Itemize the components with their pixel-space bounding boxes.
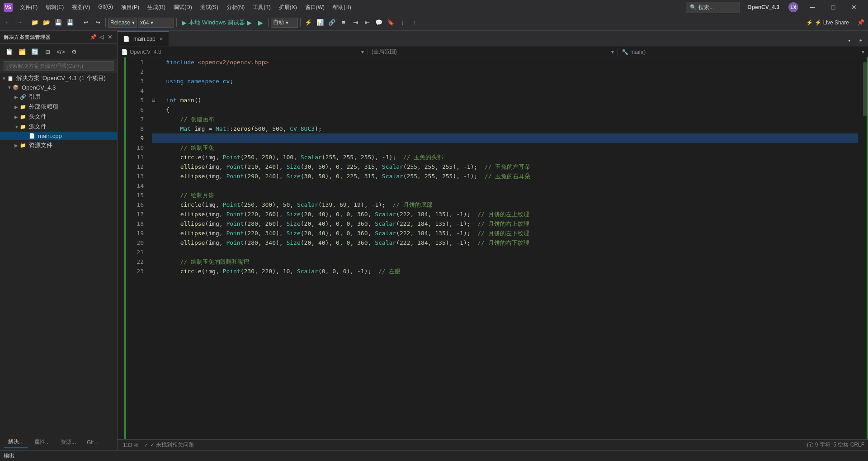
- tab-solution[interactable]: 解决...: [4, 436, 28, 448]
- refresh-button[interactable]: 🔄: [29, 46, 40, 57]
- file-scope-selector[interactable]: 📄 OpenCV_4.3 ▾: [118, 49, 368, 55]
- collapse-button[interactable]: ⊟: [42, 46, 53, 57]
- performance-button[interactable]: ⚡: [303, 17, 314, 29]
- tab-git[interactable]: Git...: [82, 437, 103, 447]
- breakpoint-gutter: [118, 57, 126, 439]
- sidebar-search-input[interactable]: [4, 61, 113, 71]
- run-debugger-button[interactable]: ▶ 本地 Windows 调试器 ▶: [179, 17, 255, 29]
- p12-12: ,: [417, 162, 425, 171]
- comment-btn[interactable]: 💬: [373, 17, 384, 29]
- sidebar-pin-button[interactable]: 📌: [90, 33, 97, 41]
- outdent-btn[interactable]: ⇤: [362, 17, 373, 29]
- live-share-button[interactable]: ⚡ ⚡ Live Share: [802, 19, 853, 26]
- indent-btn[interactable]: ⇥: [350, 17, 361, 29]
- n18-1: 280: [247, 219, 258, 228]
- bookmark-prev-btn[interactable]: ↑: [409, 17, 420, 29]
- code-line-11: circle(img, Point(250, 250), 100, Scalar…: [152, 152, 858, 162]
- comment-10: // 绘制玉兔: [152, 143, 214, 152]
- format-btn[interactable]: ≡: [338, 17, 349, 29]
- n23-7: -1: [357, 266, 364, 276]
- solution-root[interactable]: ▼ 📋 解决方案 'OpenCV_4.3' (1 个项目): [0, 73, 117, 83]
- tab-list-button[interactable]: ▾: [844, 34, 854, 46]
- redo-button[interactable]: ↪: [92, 17, 103, 29]
- menu-view[interactable]: 视图(V): [68, 2, 94, 13]
- minimize-button[interactable]: ─: [802, 0, 823, 14]
- p11-5: ,: [293, 152, 301, 162]
- n12-4: 50: [318, 162, 326, 171]
- menu-test[interactable]: 测试(S): [197, 2, 222, 13]
- tree-headers[interactable]: ▶ 📁 头文件: [0, 112, 117, 122]
- user-avatar[interactable]: LX: [788, 2, 798, 12]
- tree-sources[interactable]: ▼ 📁 源文件: [0, 122, 117, 132]
- code-view-button[interactable]: </>: [55, 46, 67, 57]
- maximize-button[interactable]: □: [823, 0, 844, 14]
- run-without-debug-button[interactable]: ▶: [255, 17, 266, 29]
- global-scope-selector[interactable]: (全局范围) ▾: [368, 48, 618, 56]
- problems-indicator[interactable]: ✓ ✓ 未找到相关问题: [144, 441, 194, 449]
- bookmark-btn[interactable]: 🔖: [385, 17, 396, 29]
- back-button[interactable]: ←: [2, 17, 13, 29]
- open-button[interactable]: 📂: [41, 17, 52, 29]
- headers-label: 头文件: [29, 113, 47, 121]
- tree-external-deps[interactable]: ▶ 📁 外部依赖项: [0, 102, 117, 112]
- save-all-button[interactable]: 💾: [65, 17, 75, 29]
- new-tab-button[interactable]: +: [855, 34, 866, 46]
- tab-main-cpp[interactable]: 📄 main.cpp ✕: [118, 31, 169, 46]
- p13-0: [152, 171, 180, 181]
- tab-close-button[interactable]: ✕: [159, 36, 163, 42]
- solution-props-button[interactable]: 📋: [4, 46, 15, 57]
- sidebar-close-button[interactable]: ✕: [106, 33, 113, 41]
- tree-main-cpp[interactable]: 📄 main.cpp: [0, 132, 117, 140]
- vertical-scrollbar[interactable]: [862, 57, 868, 439]
- code-editor[interactable]: 1 2 3 4 5 6 7 8 9 10 11 12 13 14 15 16 1…: [118, 57, 868, 439]
- forward-button[interactable]: →: [14, 17, 24, 29]
- project-root[interactable]: ▼ 📦 OpenCV_4.3: [0, 83, 117, 92]
- undo-button[interactable]: ↩: [80, 17, 91, 29]
- menu-window[interactable]: 窗口(W): [302, 2, 328, 13]
- save-button[interactable]: 💾: [53, 17, 64, 29]
- menu-build[interactable]: 生成(B): [144, 2, 169, 13]
- n17-4: 40: [318, 209, 326, 219]
- n11-1: 250: [244, 152, 255, 162]
- tab-resources[interactable]: 资源...: [56, 437, 80, 448]
- close-button[interactable]: ✕: [844, 0, 864, 14]
- function-scope-selector[interactable]: 🔧 main() ▾: [618, 49, 868, 55]
- pin-button[interactable]: 📌: [855, 17, 866, 29]
- menu-project[interactable]: 项目(P): [118, 2, 143, 13]
- zoom-level[interactable]: 133 %: [121, 440, 140, 450]
- global-search[interactable]: 🔍 搜索...: [686, 2, 740, 13]
- menu-extensions[interactable]: 扩展(X): [275, 2, 301, 13]
- n20-3: 20: [304, 238, 311, 247]
- menu-tools[interactable]: 工具(T): [249, 2, 274, 13]
- diagnostic-button[interactable]: 📊: [315, 17, 326, 29]
- new-solution-button[interactable]: 📁: [29, 17, 40, 29]
- tab-properties[interactable]: 属性...: [30, 437, 54, 448]
- menu-debug[interactable]: 调试(D): [170, 2, 196, 13]
- menu-git[interactable]: Git(G): [94, 2, 117, 13]
- tree-references[interactable]: ▶ 🔗 引用: [0, 92, 117, 102]
- platform-dropdown[interactable]: x64 ▾: [138, 18, 174, 28]
- build-config-dropdown[interactable]: Release ▾: [108, 18, 137, 28]
- comment-15: // 绘制月饼: [152, 190, 214, 200]
- p13-7: ),: [326, 171, 336, 181]
- p17-1: (img,: [205, 209, 226, 219]
- n19-11: -1: [456, 228, 463, 238]
- show-files-button[interactable]: 🗂️: [17, 46, 28, 57]
- type-size-17: Size: [286, 209, 300, 219]
- menu-edit[interactable]: 编辑(E): [42, 2, 67, 13]
- menu-analyze[interactable]: 分析(N): [223, 2, 249, 13]
- tree-resources[interactable]: ▶ 📁 资源文件: [0, 140, 117, 150]
- fn-ellipse-19: ellipse: [180, 228, 205, 238]
- watch-dropdown[interactable]: 自动 ▾: [271, 18, 298, 28]
- settings-button[interactable]: ⚙: [69, 46, 80, 57]
- attach-button[interactable]: 🔗: [326, 17, 337, 29]
- code-line-9: [152, 133, 858, 143]
- menu-file[interactable]: 文件(F): [16, 2, 41, 13]
- code-area[interactable]: #include <opencv2/opencv.hpp> using name…: [148, 57, 862, 439]
- scrollbar-thumb[interactable]: [863, 62, 867, 116]
- menu-help[interactable]: 帮助(H): [329, 2, 355, 13]
- type-size-12: Size: [286, 162, 300, 171]
- p18-2: (: [244, 219, 248, 228]
- sidebar-arrow-button[interactable]: ◁: [98, 33, 105, 41]
- bookmark-next-btn[interactable]: ↓: [397, 17, 408, 29]
